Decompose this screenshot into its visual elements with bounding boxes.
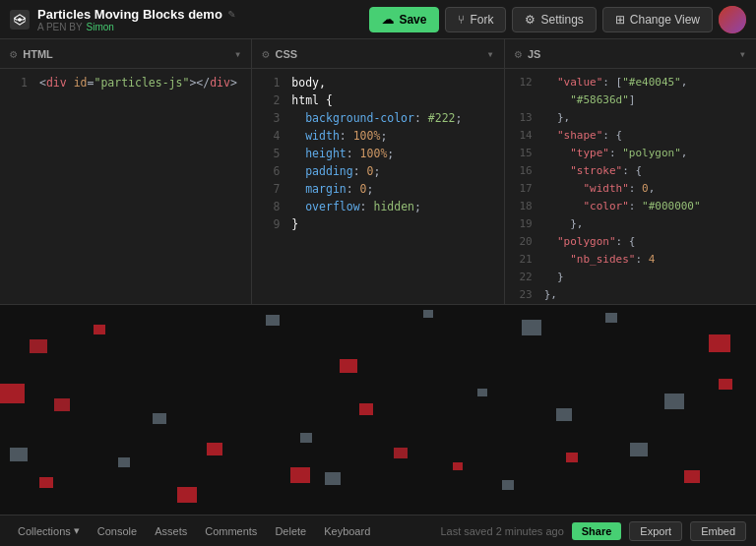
code-line: 22 } — [505, 269, 756, 286]
export-button[interactable]: Export — [629, 521, 682, 541]
collections-arrow-icon: ▾ — [74, 524, 80, 537]
collections-button[interactable]: Collections ▾ — [10, 521, 88, 540]
change-view-button[interactable]: ⊞ Change View — [602, 7, 713, 32]
particle — [94, 325, 105, 334]
html-editor-header: ⚙ HTML ▾ — [0, 39, 251, 69]
html-gear-icon[interactable]: ⚙ — [10, 47, 17, 61]
css-gear-icon[interactable]: ⚙ — [262, 47, 269, 61]
settings-button[interactable]: ⚙ Settings — [512, 7, 596, 32]
css-chevron-icon[interactable]: ▾ — [486, 47, 493, 61]
code-line: 15 "type": "polygon", — [505, 145, 756, 162]
particle — [266, 315, 280, 326]
particle — [39, 477, 53, 488]
particle — [684, 470, 700, 483]
particle — [477, 389, 487, 396]
share-button[interactable]: Share — [572, 522, 622, 540]
html-header-left: ⚙ HTML — [10, 47, 53, 61]
js-editor-header: ⚙ JS ▾ — [505, 39, 756, 69]
settings-icon: ⚙ — [525, 13, 536, 27]
particle — [605, 313, 617, 323]
pen-info: Particles Moving Blocks demo ✎ A PEN BY … — [37, 7, 235, 32]
css-editor-body[interactable]: 1 body, 2 html { 3 background-color: #22… — [252, 69, 503, 304]
particle — [556, 408, 572, 421]
codepen-logo — [10, 10, 30, 30]
particle — [719, 379, 732, 390]
fork-icon: ⑂ — [458, 13, 465, 27]
code-line: 9 } — [252, 215, 503, 233]
code-line: 7 margin: 0; — [252, 180, 503, 198]
pen-title: Particles Moving Blocks demo ✎ — [37, 7, 235, 22]
particle — [394, 448, 408, 458]
css-header-left: ⚙ CSS — [262, 47, 297, 61]
particle — [340, 359, 357, 373]
editors-panel: ⚙ HTML ▾ 1 <div id="particles-js"></div>… — [0, 39, 756, 305]
js-editor: ⚙ JS ▾ 12 "value": ["#e40045", "#58636d"… — [505, 39, 756, 304]
particle — [54, 398, 70, 411]
js-gear-icon[interactable]: ⚙ — [515, 47, 522, 61]
code-line: 21 "nb_sides": 4 — [505, 251, 756, 269]
embed-button[interactable]: Embed — [690, 521, 746, 541]
save-button[interactable]: ☁ Save — [369, 7, 439, 32]
code-line: 14 "shape": { — [505, 127, 756, 145]
html-chevron-icon[interactable]: ▾ — [234, 47, 241, 61]
pen-subtitle: A PEN BY Simon — [37, 22, 235, 32]
comments-button[interactable]: Comments — [197, 522, 265, 540]
particle — [502, 480, 514, 490]
particle — [177, 487, 197, 503]
code-line: 13 }, — [505, 109, 756, 127]
particle — [664, 394, 684, 409]
js-header-left: ⚙ JS — [515, 47, 541, 61]
particle — [290, 467, 310, 483]
edit-icon[interactable]: ✎ — [228, 7, 235, 21]
particle — [300, 433, 312, 443]
particle — [0, 384, 25, 403]
particle — [359, 403, 373, 415]
particle — [30, 339, 47, 353]
console-button[interactable]: Console — [90, 522, 145, 540]
change-view-icon: ⊞ — [615, 13, 625, 27]
bottombar-left: Collections ▾ Console Assets Comments De… — [10, 521, 378, 540]
code-line: 12 "value": ["#e40045", — [505, 74, 756, 91]
html-editor: ⚙ HTML ▾ 1 <div id="particles-js"></div> — [0, 39, 252, 304]
code-line: 23 }, — [505, 286, 756, 304]
particle — [423, 310, 433, 318]
code-line: 1 body, — [252, 74, 503, 91]
save-icon: ☁ — [382, 13, 394, 27]
particle — [709, 334, 730, 352]
code-line: 8 overflow: hidden; — [252, 198, 503, 215]
code-line: 16 "stroke": { — [505, 162, 756, 180]
code-line: 6 padding: 0; — [252, 162, 503, 180]
js-editor-body[interactable]: 12 "value": ["#e40045", "#58636d"] 13 },… — [505, 69, 756, 304]
topbar: Particles Moving Blocks demo ✎ A PEN BY … — [0, 0, 756, 39]
html-editor-body[interactable]: 1 <div id="particles-js"></div> — [0, 69, 251, 304]
particle — [566, 453, 578, 462]
code-line: "#58636d"] — [505, 91, 756, 109]
keyboard-button[interactable]: Keyboard — [316, 522, 378, 540]
particle — [118, 457, 130, 467]
code-line: 2 html { — [252, 91, 503, 109]
particle — [630, 443, 648, 456]
avatar — [719, 6, 746, 33]
particle — [153, 413, 166, 424]
css-editor: ⚙ CSS ▾ 1 body, 2 html { 3 background-co… — [252, 39, 504, 304]
particle — [453, 462, 463, 470]
code-line: 20 "polygon": { — [505, 233, 756, 251]
assets-button[interactable]: Assets — [147, 522, 195, 540]
js-chevron-icon[interactable]: ▾ — [739, 47, 746, 61]
topbar-actions: ☁ Save ⑂ Fork ⚙ Settings ⊞ Change View — [369, 6, 746, 33]
code-line: 5 height: 100%; — [252, 145, 503, 162]
code-line: 19 }, — [505, 215, 756, 233]
bottombar: Collections ▾ Console Assets Comments De… — [0, 515, 756, 546]
html-label: HTML — [23, 48, 53, 60]
css-label: CSS — [276, 48, 298, 60]
js-label: JS — [528, 48, 540, 60]
particle — [10, 448, 28, 461]
code-line: 1 <div id="particles-js"></div> — [0, 74, 251, 91]
code-line: 17 "width": 0, — [505, 180, 756, 198]
fork-button[interactable]: ⑂ Fork — [445, 7, 506, 32]
code-line: 18 "color": "#000000" — [505, 198, 756, 215]
bottombar-right: Last saved 2 minutes ago Share Export Em… — [440, 521, 746, 541]
particle — [522, 320, 541, 335]
delete-button[interactable]: Delete — [267, 522, 314, 540]
code-line: 4 width: 100%; — [252, 127, 503, 145]
